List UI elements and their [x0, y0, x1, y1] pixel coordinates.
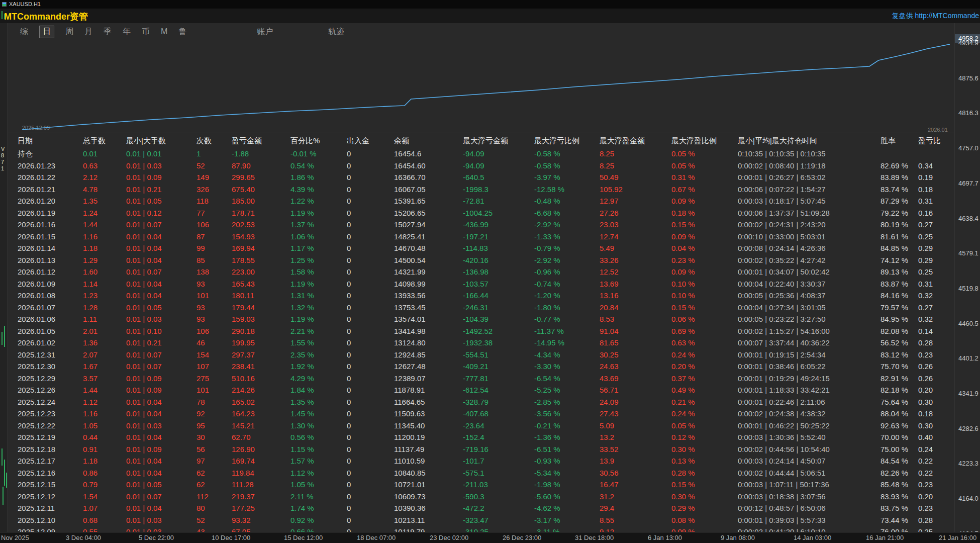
menu-item-年[interactable]: 年: [123, 27, 131, 37]
cell-balance: 11878.91: [394, 384, 463, 396]
cell-pct: 1.19 %: [290, 207, 347, 219]
table-row: 2025.12.261.440.01 | 0.09101214.261.84 %…: [0, 384, 954, 396]
cell-total: 1.44: [83, 384, 126, 396]
cell-mfl: -436.99: [463, 219, 534, 231]
table-row: 2026.01.141.180.01 | 0.0499169.941.17 %0…: [0, 242, 954, 254]
cell-date: 2026.01.13: [18, 254, 83, 266]
cell-dep: 0: [347, 443, 394, 456]
cell-count: 52: [197, 514, 232, 526]
header-dep: 出入金: [347, 134, 394, 148]
cell-times: 0:00:01 | 0:19:15 | 2:54:34: [738, 349, 880, 361]
header-balance: 余额: [394, 134, 463, 148]
cell-count: 138: [197, 266, 232, 278]
cell-count: 77: [197, 207, 232, 219]
cell-mfpr: 0.67 %: [671, 184, 738, 196]
menu-item-账户[interactable]: 账户: [257, 27, 273, 37]
cell-times: 0:00:02 | 0:24:31 | 2:43:20: [738, 219, 880, 231]
menu-item-币[interactable]: 币: [142, 27, 150, 37]
cell-win: 75.00 %: [880, 443, 918, 456]
cell-mflr: -1.36 %: [534, 431, 600, 443]
cell-count: 30: [197, 431, 232, 443]
replay-url-link[interactable]: 复盘供 http://MTCommande: [892, 12, 979, 21]
cell-mfpr: 0.05 %: [671, 148, 738, 160]
cell-mfp: 30.56: [600, 467, 671, 479]
cell-mfp: 13.69: [600, 278, 671, 290]
table-row: 2026.01.021.360.01 | 0.2146199.951.55 %0…: [0, 337, 954, 349]
table-row: 2025.12.231.160.01 | 0.0492164.231.45 %0…: [0, 408, 954, 420]
cell-mfl: -103.57: [463, 278, 534, 290]
cell-mfpr: 0.21 %: [671, 396, 738, 408]
cell-mflr: -0.93 %: [534, 455, 600, 467]
cell-pct: 1.30 %: [290, 420, 347, 432]
cell-mfl: -166.44: [463, 290, 534, 302]
cell-win: 87.29 %: [880, 195, 918, 207]
cell-amount: 165.43: [232, 278, 290, 290]
cell-pct: 1.17 %: [290, 242, 347, 254]
cell-date: 2026.01.09: [18, 278, 83, 290]
table-row: 持仓0.010.01 | 0.011-1.88-0.01 %016454.6-9…: [0, 148, 954, 160]
time-axis-label: 14 Jan 03:00: [794, 534, 831, 541]
cell-mfp: 24.63: [600, 360, 671, 373]
time-axis-label: 26 Dec 23:00: [503, 534, 541, 541]
menu-item-日[interactable]: 日: [39, 26, 54, 38]
cell-plr: 0.23: [918, 349, 950, 361]
menu-item-轨迹[interactable]: 轨迹: [328, 27, 344, 37]
cell-pct: 1.55 %: [290, 337, 347, 349]
chart-titlebar: XAUUSD.H1: [0, 0, 980, 9]
cell-times: 0:00:06 | 0:07:22 | 1:54:27: [738, 184, 880, 196]
cell-total: 3.57: [83, 373, 126, 385]
chart-end-date-label: 2026.01: [928, 127, 951, 133]
cell-date: 2026.01.05: [18, 325, 83, 337]
cell-mfp: 105.92: [600, 184, 671, 196]
cell-mflr: -1.33 %: [534, 231, 600, 243]
cell-plr: 0.27: [918, 219, 950, 231]
menu-item-周[interactable]: 周: [65, 27, 73, 37]
cell-mfl: -246.31: [463, 302, 534, 314]
cell-date: 2025.12.10: [18, 514, 83, 526]
cell-count: 112: [197, 491, 232, 503]
cell-times: 0:00:10 | 0:33:00 | 5:03:01: [738, 231, 880, 243]
cell-amount: 62.70: [232, 431, 290, 443]
cell-count: 275: [197, 373, 232, 385]
cell-total: 0.91: [83, 443, 126, 456]
menu-item-M[interactable]: M: [161, 27, 167, 36]
cell-win: 83.75 %: [880, 502, 918, 514]
cell-mfl: -136.98: [463, 266, 534, 278]
menu-item-季[interactable]: 季: [104, 27, 112, 37]
cell-mfp: 43.69: [600, 373, 671, 385]
cell-dep: 0: [347, 207, 394, 219]
cell-times: 0:00:04 | 0:22:40 | 3:30:37: [738, 278, 880, 290]
cell-dep: 0: [347, 384, 394, 396]
cell-dep: 0: [347, 360, 394, 373]
cell-mfpr: 0.18 %: [671, 207, 738, 219]
cell-plr: 0.34: [918, 160, 950, 172]
menu-item-综[interactable]: 综: [20, 27, 28, 37]
cell-dep: 0: [347, 420, 394, 432]
menu-item-月[interactable]: 月: [84, 27, 92, 37]
price-scale-label: 4816.3: [958, 109, 978, 117]
header-plr: 盈亏比: [918, 134, 950, 148]
cell-mfp: 81.65: [600, 337, 671, 349]
cell-mflr: -11.37 %: [534, 325, 600, 337]
cell-win: [880, 148, 918, 160]
menu-item-鲁[interactable]: 鲁: [178, 27, 186, 37]
time-axis-label: 15 Dec 12:00: [284, 534, 323, 541]
cell-win: 92.63 %: [880, 420, 918, 432]
cell-dep: 0: [347, 231, 394, 243]
cell-plr: 0.14: [918, 325, 950, 337]
table-row: 2026.01.052.010.01 | 0.10106290.182.21 %…: [0, 325, 954, 337]
table-row: 2026.01.131.290.01 | 0.0485178.551.25 %0…: [0, 254, 954, 266]
table-row: 2025.12.111.070.01 | 0.0480177.251.74 %0…: [0, 502, 954, 514]
cell-pct: 1.12 %: [290, 467, 347, 479]
cell-date: 2025.12.31: [18, 349, 83, 361]
cell-total: 0.63: [83, 160, 126, 172]
cell-pct: 1.32 %: [290, 302, 347, 314]
cell-count: 118: [197, 195, 232, 207]
equity-chart-area: 2025.12.09 2026.01: [8, 40, 954, 133]
candlestick-fragment: [2, 11, 3, 19]
cell-dep: 0: [347, 467, 394, 479]
cell-times: 0:00:03 | 0:24:14 | 4:50:07: [738, 455, 880, 467]
cell-minmax: 0.01 | 0.05: [126, 195, 197, 207]
cell-dep: 0: [347, 408, 394, 420]
table-row: 2025.12.241.120.01 | 0.0478165.021.35 %0…: [0, 396, 954, 408]
